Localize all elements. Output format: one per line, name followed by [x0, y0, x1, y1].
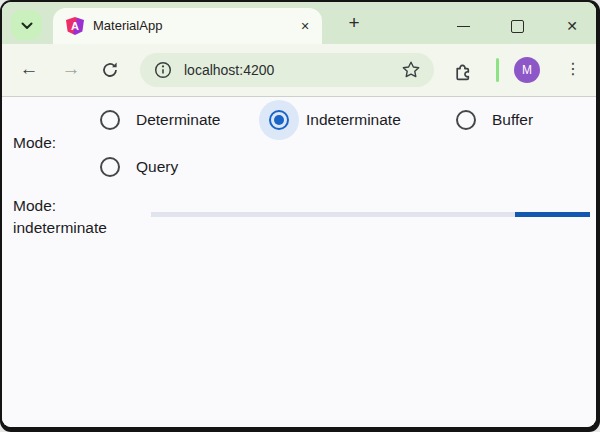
- site-info-icon[interactable]: [153, 60, 173, 80]
- reload-icon: [100, 60, 120, 80]
- radio-selected-dot-icon: [274, 115, 284, 125]
- radio-buffer-label[interactable]: Buffer: [492, 110, 533, 130]
- progress-bar: [151, 212, 590, 217]
- tab-strip: A MaterialApp ✕ + ✕: [2, 2, 596, 44]
- progress-bar-fill: [515, 212, 590, 217]
- window-maximize-button[interactable]: [503, 12, 531, 40]
- extensions-button[interactable]: [452, 60, 473, 81]
- chevron-down-icon: [21, 16, 33, 34]
- mode-readout-line2: indeterminate: [13, 217, 107, 239]
- tab-title: MaterialApp: [93, 8, 162, 44]
- mode-readout: Mode: indeterminate: [13, 195, 107, 239]
- tab-search-button[interactable]: [11, 10, 42, 40]
- radio-query[interactable]: [100, 157, 120, 177]
- page-content: Mode: Determinate Indeterminate Buffer Q…: [2, 97, 596, 427]
- radio-indeterminate-label[interactable]: Indeterminate: [306, 110, 401, 130]
- maximize-icon: [511, 20, 524, 33]
- new-tab-button[interactable]: +: [342, 11, 366, 35]
- address-bar[interactable]: localhost:4200: [140, 53, 434, 87]
- browser-frame: A MaterialApp ✕ + ✕ ← →: [2, 2, 596, 427]
- back-button[interactable]: ←: [14, 44, 44, 96]
- radio-determinate[interactable]: [100, 110, 120, 130]
- minimize-icon: [457, 26, 470, 27]
- radio-determinate-label[interactable]: Determinate: [136, 110, 220, 130]
- browser-toolbar: ← → localhost:4200: [2, 44, 596, 97]
- bookmark-star-icon[interactable]: [401, 60, 421, 80]
- url-text[interactable]: localhost:4200: [184, 53, 274, 87]
- window-minimize-button[interactable]: [449, 12, 477, 40]
- tab-close-icon[interactable]: ✕: [296, 17, 314, 35]
- browser-window: A MaterialApp ✕ + ✕ ← →: [0, 0, 600, 432]
- forward-button[interactable]: →: [56, 44, 86, 96]
- radio-buffer[interactable]: [456, 110, 476, 130]
- puzzle-icon: [452, 60, 473, 81]
- profile-accent-line: [496, 58, 499, 82]
- window-close-button[interactable]: ✕: [558, 12, 586, 40]
- browser-tab[interactable]: A MaterialApp ✕: [53, 8, 322, 44]
- reload-button[interactable]: [100, 60, 120, 80]
- profile-avatar[interactable]: M: [514, 57, 540, 83]
- radio-indeterminate[interactable]: [269, 110, 289, 130]
- radio-query-label[interactable]: Query: [136, 157, 178, 177]
- browser-menu-button[interactable]: ⋮: [560, 44, 586, 96]
- mode-readout-line1: Mode:: [13, 195, 107, 217]
- mode-group-label: Mode:: [13, 134, 56, 152]
- angular-material-favicon-icon: A: [66, 17, 84, 35]
